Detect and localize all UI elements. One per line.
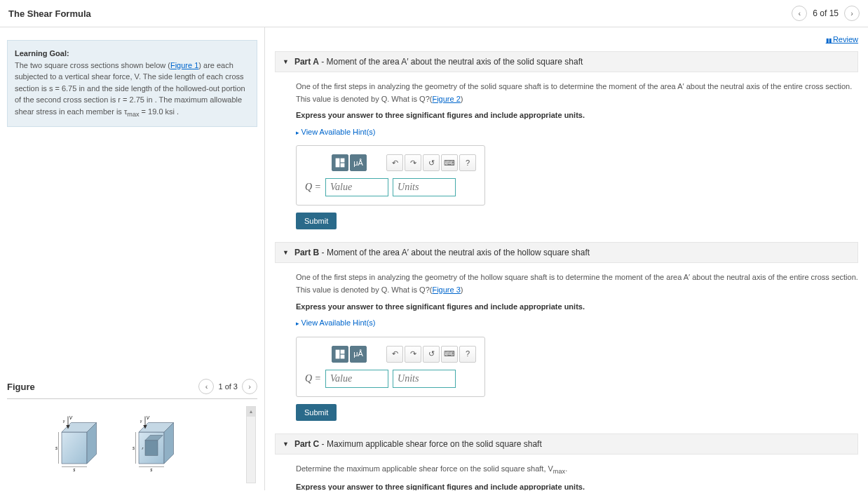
collapse-icon: ▼ (283, 440, 289, 448)
svg-text:s: s (73, 467, 76, 472)
svg-rect-25 (336, 159, 339, 167)
templates-icon[interactable] (332, 346, 348, 363)
part-a: ▼ Part A - Moment of the area A′ about t… (275, 51, 858, 229)
part-a-answer-box: μÅ ↶ ↷ ↺ ⌨ ? Q = (296, 145, 485, 206)
part-b-value-input[interactable] (325, 370, 388, 388)
progress-label: 6 of 15 (813, 8, 839, 18)
figure-prev-button[interactable]: ‹ (198, 379, 214, 394)
mu-a-icon[interactable]: μÅ (350, 154, 367, 171)
reset-icon[interactable]: ↺ (423, 154, 440, 171)
figure-panel: Figure ‹ 1 of 3 › s (0, 375, 264, 490)
part-b-instruct: Express your answer to three significant… (296, 301, 858, 314)
svg-rect-14 (145, 440, 158, 456)
next-button[interactable]: › (844, 6, 860, 21)
part-c: ▼ Part C - Maximum applicable shear forc… (275, 433, 858, 490)
part-b-units-input[interactable] (393, 370, 456, 388)
part-a-desc: One of the first steps in analyzing the … (296, 82, 852, 103)
part-b-hints[interactable]: View Available Hint(s) (296, 317, 858, 330)
figure-scrollbar[interactable]: ▴ (246, 406, 256, 483)
figure-next-button[interactable]: › (242, 379, 257, 394)
svg-rect-26 (341, 159, 344, 162)
part-a-label: Part A (294, 57, 319, 67)
svg-text:V: V (147, 415, 150, 420)
undo-icon[interactable]: ↶ (386, 346, 403, 363)
learning-text-1: The two square cross sections shown belo… (15, 61, 170, 69)
svg-rect-28 (336, 350, 339, 358)
keyboard-icon[interactable]: ⌨ (441, 346, 458, 363)
review-link[interactable]: Review (826, 35, 858, 43)
part-a-header[interactable]: ▼ Part A - Moment of the area A′ about t… (275, 51, 858, 72)
svg-rect-27 (341, 163, 344, 167)
part-c-label: Part C (294, 439, 319, 449)
svg-rect-30 (341, 355, 344, 358)
part-b-header[interactable]: ▼ Part B - Moment of the area A′ about t… (275, 242, 858, 263)
templates-icon[interactable] (332, 154, 348, 171)
part-c-instruct: Express your answer to three significant… (296, 481, 858, 490)
page-header: The Shear Formula ‹ 6 of 15 › (0, 0, 868, 27)
svg-text:s: s (133, 445, 135, 450)
part-b-answer-box: μÅ ↶ ↷ ↺ ⌨ ? Q = (296, 337, 485, 397)
part-b-label: Part B (294, 248, 319, 257)
learning-goal-box: Learning Goal: The two square cross sect… (7, 40, 257, 127)
undo-icon[interactable]: ↶ (386, 154, 403, 171)
page-nav: ‹ 6 of 15 › (792, 6, 860, 21)
part-b-title: - Moment of the area A′ about the neutra… (319, 248, 590, 257)
redo-icon[interactable]: ↷ (405, 154, 421, 171)
part-a-hints[interactable]: View Available Hint(s) (296, 126, 858, 139)
svg-rect-29 (341, 350, 344, 354)
figure-image-area: s s V y (7, 406, 257, 483)
svg-text:V: V (69, 415, 73, 420)
part-b-submit-button[interactable]: Submit (296, 404, 337, 421)
svg-text:s: s (55, 445, 58, 450)
figure-1-link[interactable]: Figure 1 (170, 61, 198, 69)
part-a-units-input[interactable] (393, 178, 456, 196)
figure-title: Figure (7, 382, 35, 392)
reset-icon[interactable]: ↺ (423, 346, 440, 363)
solid-cube-figure: s s V y (49, 413, 112, 476)
figure-3-link[interactable]: Figure 3 (432, 285, 460, 294)
tau-sub: max (127, 111, 139, 118)
part-a-value-input[interactable] (325, 178, 388, 196)
figure-2-link[interactable]: Figure 2 (432, 95, 460, 103)
part-c-header[interactable]: ▼ Part C - Maximum applicable shear forc… (275, 433, 858, 455)
part-c-desc: Determine the maximum applicable shear f… (296, 464, 553, 473)
learning-goal-label: Learning Goal: (15, 49, 69, 58)
svg-text:y: y (63, 419, 65, 423)
mu-a-icon[interactable]: μÅ (350, 346, 367, 363)
svg-text:y: y (140, 419, 142, 423)
collapse-icon: ▼ (283, 249, 289, 256)
content-area: Review ▼ Part A - Moment of the area A′ … (265, 27, 868, 490)
help-icon[interactable]: ? (459, 154, 476, 171)
part-a-title: - Moment of the area A′ about the neutra… (319, 57, 583, 67)
keyboard-icon[interactable]: ⌨ (441, 154, 458, 171)
learning-text-3: = 19.0 ksi . (140, 107, 179, 116)
part-b-desc: One of the first steps in analyzing the … (296, 273, 858, 294)
part-b-var: Q = (305, 371, 321, 386)
redo-icon[interactable]: ↷ (405, 346, 421, 363)
hollow-cube-figure: s s r V y (126, 413, 189, 476)
part-a-var: Q = (305, 180, 321, 195)
collapse-icon: ▼ (283, 58, 289, 65)
part-a-submit-button[interactable]: Submit (296, 213, 337, 229)
svg-text:s: s (150, 467, 153, 472)
help-icon[interactable]: ? (459, 346, 476, 363)
svg-text:r: r (142, 446, 144, 450)
part-c-title: - Maximum applicable shear force on the … (319, 439, 542, 449)
svg-marker-0 (62, 432, 87, 464)
page-title: The Shear Formula (8, 8, 91, 19)
prev-button[interactable]: ‹ (792, 6, 807, 21)
part-a-instruct: Express your answer to three significant… (296, 109, 858, 122)
scroll-up-icon[interactable]: ▴ (247, 407, 255, 417)
sidebar: Learning Goal: The two square cross sect… (0, 27, 265, 490)
part-b: ▼ Part B - Moment of the area A′ about t… (275, 242, 858, 420)
figure-progress: 1 of 3 (218, 382, 238, 391)
